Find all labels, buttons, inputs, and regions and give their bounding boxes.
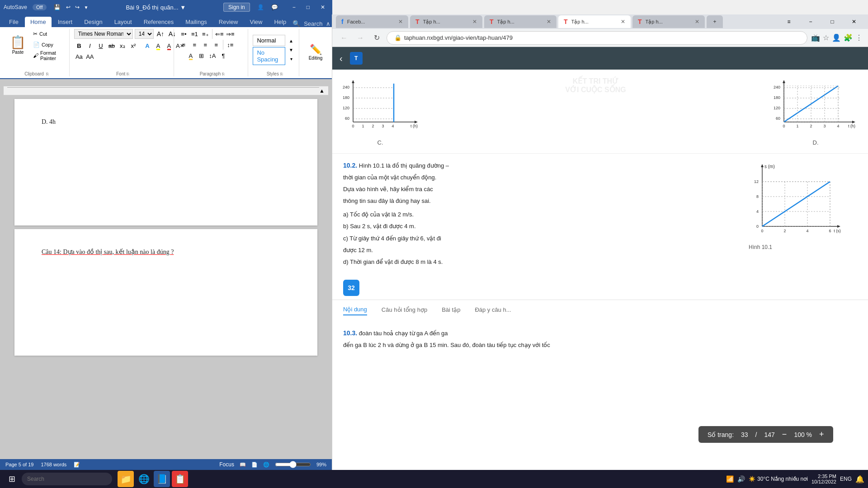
increase-font-button[interactable]: A↑ xyxy=(156,29,165,39)
tab-tap4[interactable]: T Tập h... ✕ xyxy=(632,15,705,28)
uppercase-button[interactable]: Aa xyxy=(74,52,84,61)
text-case-button[interactable]: AA xyxy=(85,52,95,61)
tab-help[interactable]: Help xyxy=(269,17,292,27)
show-formatting-button[interactable]: ¶ xyxy=(218,51,228,61)
italic-button[interactable]: I xyxy=(85,41,95,51)
font-size-select[interactable]: 14 xyxy=(135,29,154,39)
more-icon[interactable]: ▼ xyxy=(84,5,89,10)
bottom-nav-dapan[interactable]: Đáp y câu h... xyxy=(475,306,511,315)
profile-icon[interactable]: 👤 xyxy=(257,4,264,10)
text-effects-button[interactable]: A xyxy=(142,41,152,51)
web-layout-icon[interactable]: 🌐 xyxy=(263,462,269,468)
zoom-in-button[interactable]: + xyxy=(819,430,824,439)
align-center-button[interactable]: ≡ xyxy=(189,40,199,50)
search-icon[interactable]: 🔍 xyxy=(292,20,300,27)
lang-indicator[interactable]: ENG xyxy=(840,476,852,482)
align-left-button[interactable]: ≡ xyxy=(179,40,189,50)
browser-profile-icon[interactable]: 👤 xyxy=(832,33,841,42)
close-tap2-tab[interactable]: ✕ xyxy=(547,19,551,25)
start-button[interactable]: ⊞ xyxy=(4,471,20,487)
browser-close-button[interactable]: ✕ xyxy=(844,15,864,28)
tab-facebook[interactable]: f Faceb... ✕ xyxy=(336,15,408,28)
bottom-nav-cauhoi[interactable]: Câu hỏi tổng hợp xyxy=(382,306,427,315)
decrease-indent-button[interactable]: ⇐≡ xyxy=(214,29,224,39)
tab-mailings[interactable]: Mailings xyxy=(180,17,212,27)
close-facebook-tab[interactable]: ✕ xyxy=(398,19,403,25)
close-tap4-tab[interactable]: ✕ xyxy=(695,19,699,25)
autosave-toggle[interactable]: Off xyxy=(33,4,46,10)
multilevel-list-button[interactable]: ≡₊ xyxy=(200,29,210,39)
undo-icon[interactable]: ↩ xyxy=(66,4,71,10)
style-scroll-up[interactable]: ▲ xyxy=(286,36,296,45)
font-name-select[interactable]: Times New Roman xyxy=(74,29,133,39)
underline-button[interactable]: U xyxy=(96,41,106,51)
tab-insert[interactable]: Insert xyxy=(52,17,78,27)
address-bar[interactable]: 🔒 taphuan.nxbgd.vn/giao-vien/tap-huan/47… xyxy=(387,31,807,45)
tab-tap2[interactable]: T Tập h... ✕ xyxy=(484,15,557,28)
tab-layout[interactable]: Layout xyxy=(109,17,137,27)
zoom-slider[interactable] xyxy=(275,461,311,468)
cast-icon[interactable]: 📺 xyxy=(811,33,820,42)
save-icon[interactable]: 💾 xyxy=(54,4,61,10)
redo-icon[interactable]: ↪ xyxy=(75,4,80,10)
bookmark-icon[interactable]: ☆ xyxy=(823,33,829,42)
close-tap1-tab[interactable]: ✕ xyxy=(472,19,477,25)
volume-icon[interactable]: 🔊 xyxy=(737,475,745,483)
bullet-list-button[interactable]: ≡• xyxy=(179,29,189,39)
cut-button[interactable]: ✂Cut xyxy=(31,29,66,39)
shading-button[interactable]: A xyxy=(186,51,196,61)
refresh-button[interactable]: ↻ xyxy=(370,32,383,44)
browser-menu-icon[interactable]: ⋮ xyxy=(855,33,863,42)
tab-tap1[interactable]: T Tập h... ✕ xyxy=(410,15,482,28)
align-right-button[interactable]: ≡ xyxy=(200,40,210,50)
no-spacing-style[interactable]: No Spacing xyxy=(253,47,285,65)
extensions-icon[interactable]: 🧩 xyxy=(844,33,853,42)
zoom-out-button[interactable]: − xyxy=(782,430,787,439)
subscript-button[interactable]: x₂ xyxy=(118,41,127,51)
format-painter-button[interactable]: 🖌Format Painter xyxy=(31,51,66,61)
ribbon-collapse-icon[interactable]: ∧ xyxy=(326,20,330,27)
paste-button[interactable]: 📋 Paste xyxy=(6,33,29,56)
bottom-nav-noidung[interactable]: Nội dung xyxy=(343,306,367,315)
taskbar-explorer[interactable]: 📁 xyxy=(118,471,134,487)
line-spacing-button[interactable]: ↕≡ xyxy=(225,40,235,50)
comments-icon[interactable]: 💬 xyxy=(271,4,278,10)
forward-nav-button[interactable]: → xyxy=(354,32,367,44)
taskbar-word[interactable]: 📘 xyxy=(154,471,170,487)
style-more[interactable]: ▾ xyxy=(286,54,296,63)
strikethrough-button[interactable]: ab xyxy=(107,41,117,51)
bottom-nav-baitap[interactable]: Bài tập xyxy=(442,306,460,315)
tab-tap3[interactable]: T Tập h... ✕ xyxy=(558,15,631,28)
read-mode-icon[interactable]: 📖 xyxy=(240,462,246,468)
justify-button[interactable]: ≡ xyxy=(211,40,221,50)
tab-review[interactable]: Review xyxy=(213,17,244,27)
tab-home[interactable]: Home xyxy=(25,17,52,27)
print-layout-icon[interactable]: 📄 xyxy=(251,462,258,468)
close-button[interactable]: ✕ xyxy=(317,4,329,10)
focus-button[interactable]: Focus xyxy=(219,461,234,468)
tab-references[interactable]: References xyxy=(138,17,179,27)
font-color-button[interactable]: A xyxy=(164,41,174,51)
bold-button[interactable]: B xyxy=(74,41,84,51)
network-icon[interactable]: 📶 xyxy=(726,475,734,483)
text-highlight-button[interactable]: A xyxy=(153,41,163,51)
back-nav-button[interactable]: ← xyxy=(338,32,350,44)
browser-maximize-button[interactable]: □ xyxy=(822,15,843,28)
ruler-up-icon[interactable]: ▲ xyxy=(319,88,325,94)
close-tap3-tab[interactable]: ✕ xyxy=(621,19,625,25)
new-tab-button[interactable]: + xyxy=(707,15,723,28)
tab-view[interactable]: View xyxy=(244,17,268,27)
tab-design[interactable]: Design xyxy=(79,17,108,27)
taskbar-sticky[interactable]: 📋 xyxy=(172,471,188,487)
sort-button[interactable]: ↕A xyxy=(208,51,217,61)
browser-more-icon[interactable]: ≡ xyxy=(778,15,799,28)
taskbar-search[interactable] xyxy=(22,473,112,485)
notification-icon[interactable]: 🔔 xyxy=(855,475,864,483)
content-back-button[interactable]: ‹ xyxy=(340,53,343,64)
editing-button[interactable]: ✏️ Editing xyxy=(304,42,327,62)
numbered-list-button[interactable]: ≡1 xyxy=(189,29,199,39)
taskbar-chrome[interactable]: 🌐 xyxy=(136,471,152,487)
tab-file[interactable]: File xyxy=(4,17,24,27)
style-scroll-down[interactable]: ▼ xyxy=(286,45,296,54)
sign-in-button[interactable]: Sign in xyxy=(223,3,250,12)
